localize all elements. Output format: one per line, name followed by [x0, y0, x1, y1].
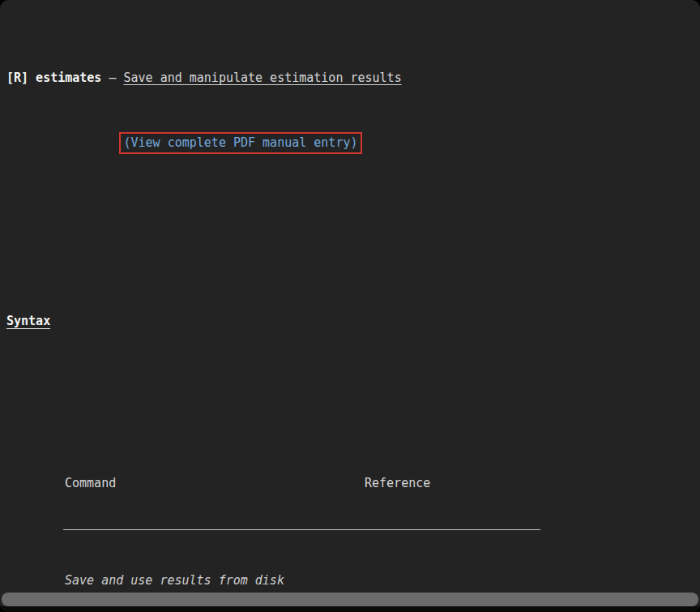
- syntax-heading: Syntax: [6, 314, 50, 328]
- indent: [6, 135, 124, 150]
- help-content: [R] estimates — Save and manipulate esti…: [6, 21, 700, 612]
- syntax-heading-line: Syntax: [6, 313, 700, 329]
- column-header-reference: Reference: [365, 475, 430, 491]
- column-header-command: Command: [65, 476, 116, 490]
- pdf-manual-link[interactable]: (View complete PDF manual entry): [119, 132, 363, 154]
- header-line-2: (View complete PDF manual entry): [6, 135, 700, 151]
- horizontal-scrollbar-thumb[interactable]: [2, 593, 698, 606]
- stata-help-window: [R] estimates — Save and manipulate esti…: [0, 0, 700, 612]
- header-line-1: [R] estimates — Save and manipulate esti…: [6, 70, 700, 86]
- table-header-row: CommandReference: [65, 475, 700, 491]
- manual-tag: [R] estimates: [6, 71, 101, 85]
- window-bottom-edge: [0, 606, 700, 612]
- table-header-rule: [65, 524, 700, 540]
- horizontal-scrollbar[interactable]: [0, 593, 700, 606]
- syntax-table: CommandReference Save and use results fr…: [65, 443, 700, 612]
- section-title: Save and use results from disk: [65, 572, 700, 588]
- header-separator: —: [101, 71, 123, 85]
- page-title: Save and manipulate estimation results: [124, 71, 402, 85]
